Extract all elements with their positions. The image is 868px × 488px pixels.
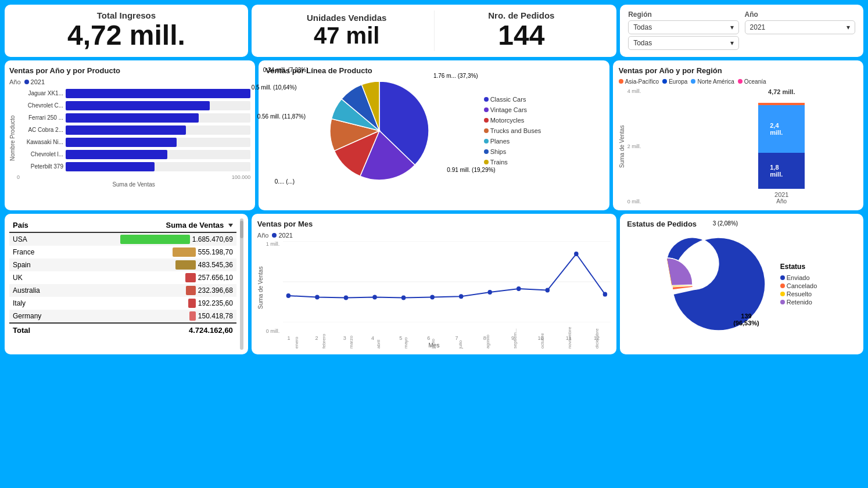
estatus-card: Estatus de Pedidos 3 (2,08%) 139 (96,53%…	[620, 214, 863, 354]
legend-dot-Trucks and Buses	[484, 128, 489, 133]
kpi-pedidos-value: 144	[498, 20, 544, 51]
mes-label: agosto	[485, 325, 490, 349]
filter-ano: Año 2021 ▾	[745, 10, 855, 50]
region-stacked-bar: 4,72 mill. 2,4 mill. 1,8 mill. 2021	[706, 88, 858, 204]
line-dot	[459, 294, 464, 299]
h-bar-label: Peterbilt 379	[17, 163, 63, 170]
kpi-unidades-value: 47 mil	[314, 23, 379, 48]
h-bar-row: Jaguar XK1...	[17, 89, 250, 98]
h-bar-row: Ferrari 250 ...	[17, 113, 250, 123]
line-dot	[373, 295, 378, 299]
line-dot	[546, 288, 550, 292]
h-bar-fill	[66, 101, 210, 110]
bar-fill	[120, 235, 190, 244]
donut-legend-item: Cancelado	[780, 282, 817, 289]
donut-pct: (96,53%)	[733, 320, 759, 326]
cell-ventas: 257.656,10	[62, 271, 236, 284]
line-dot	[315, 295, 320, 299]
cell-ventas: 555.198,70	[62, 246, 236, 259]
cell-ventas: 483.545,36	[62, 259, 236, 271]
donut-legend-item: Resuelto	[780, 290, 817, 297]
pie-legend-item: Trucks and Buses	[484, 127, 541, 134]
h-bar-label: Jaguar XK1...	[17, 90, 63, 96]
pais-table: País Suma de Ventas USA 1.685.470,69 Fra…	[9, 218, 236, 337]
bar-fill	[175, 260, 196, 270]
kpi-unidades-title: Unidades Vendidas	[307, 13, 387, 23]
pais-tbody: USA 1.685.470,69 France 555.198,70 Spain…	[9, 232, 236, 323]
pie-label-bottom-right: 0.91 mill. (19,29%)	[447, 167, 495, 173]
estatus-title: Estatus de Pedidos	[627, 220, 856, 228]
kpi-unidades: Unidades Vendidas 47 mil	[260, 10, 435, 51]
region-chart-area: Suma de Ventas 4 mill. 2 mill. 0 mill. 4…	[619, 88, 858, 204]
pie-chart-area: 1.76 m... (37,3%) 0.91 mill. (19,29%) 0.…	[327, 78, 432, 185]
region-year-label: 2021	[774, 191, 788, 198]
cell-value: 483.545,36	[198, 261, 233, 269]
mes-y-1mill: 1 mill.	[266, 241, 280, 247]
donut-area: 3 (2,08%) 139 (96,53%)	[666, 232, 771, 338]
ventas-producto-chart: Nombre Producto Jaguar XK1... Chevrolet …	[9, 89, 250, 188]
donut-dot	[780, 300, 785, 304]
donut-legend-item: Enviado	[780, 274, 817, 281]
chevron-down-icon-2: ▾	[730, 39, 734, 47]
region-legend-item: Europa	[662, 78, 687, 85]
filter-ano-select[interactable]: 2021 ▾	[745, 20, 855, 34]
h-bar-track	[66, 89, 250, 98]
region-legend: Asia-PacíficoEuropaNorte AméricaOceanía	[619, 78, 858, 86]
scrollbar[interactable]	[240, 218, 243, 350]
pie-label-left: 0.... (...)	[275, 178, 295, 185]
line-dot	[286, 293, 291, 298]
mes-label: abril	[376, 325, 381, 349]
pie-legend-item: Motorcycles	[484, 117, 541, 124]
kpi-units-orders: Unidades Vendidas 47 mil Nro. de Pedidos…	[252, 5, 616, 57]
region-bar-stack: 2,4 mill. 1,8 mill.	[758, 96, 805, 189]
legend-dot-Planes	[484, 139, 489, 143]
x-ticks: 0 100.000	[17, 174, 250, 180]
legend-dot-Trains	[484, 160, 489, 164]
chevron-down-icon-3: ▾	[847, 23, 850, 31]
y-axis-mes: Suma de Ventas	[257, 241, 264, 334]
cell-ventas: 1.685.470,69	[62, 232, 236, 246]
h-bar-track	[66, 150, 250, 159]
region-y-ticks: 4 mill. 2 mill. 0 mill.	[627, 88, 704, 204]
h-bar-fill	[66, 125, 186, 135]
pie-legend-item: Vintage Cars	[484, 106, 541, 113]
pie-legend-item: Trains	[484, 159, 541, 166]
y-axis-label-region: Suma de Ventas	[619, 88, 625, 204]
filter-region-label: Región	[628, 10, 738, 19]
h-bar-fill	[66, 138, 177, 147]
donut-top-label: 3 (2,08%)	[713, 220, 738, 227]
table-row: Australia 232.396,68	[9, 284, 236, 297]
top-row: Total Ingresos 4,72 mill. Unidades Vendi…	[5, 5, 863, 57]
region-total-label: 4,72 mill.	[768, 88, 795, 95]
filter-region-todas[interactable]: Todas ▾	[628, 36, 738, 50]
ventas-mes-year: 2021	[278, 232, 292, 239]
cell-value: 257.656,10	[198, 274, 233, 282]
x-axis-label-ano: Año	[776, 198, 787, 204]
x-tick-100k: 100.000	[232, 174, 251, 180]
donut-legend-items: EnviadoCanceladoResueltoRetenido	[780, 274, 817, 306]
legend-dot-Motorcycles	[484, 118, 489, 123]
pie-label-top-left2: 0.34 mill. (7,23%)	[263, 67, 309, 73]
cell-pais: USA	[9, 232, 62, 246]
legend-dot-Vintage Cars	[484, 107, 489, 112]
filter-region-select[interactable]: Todas ▾	[628, 20, 738, 34]
legend-dot-Classic Cars	[484, 97, 489, 102]
donut-dot	[780, 275, 785, 280]
pie-legend-item: Ships	[484, 148, 541, 155]
bar-fill	[189, 311, 196, 321]
pie-legend-item: Classic Cars	[484, 96, 541, 103]
cell-value: 1.685.470,69	[192, 235, 233, 243]
pie-legend-item: Planes	[484, 138, 541, 145]
cell-value: 192.235,60	[198, 299, 233, 307]
pais-table-area: País Suma de Ventas USA 1.685.470,69 Fra…	[9, 218, 236, 350]
ventas-producto-legend: Año 2021	[9, 78, 250, 85]
cell-pais: Spain	[9, 259, 62, 271]
mes-label: julio	[458, 325, 463, 349]
line-dot	[401, 295, 406, 300]
donut-container: 3 (2,08%) 139 (96,53%) Estatus EnviadoCa…	[627, 232, 856, 338]
h-bar-row: Peterbilt 379	[17, 162, 250, 171]
region-legend-item: Asia-Pacífico	[619, 78, 659, 85]
table-row: Spain 483.545,36	[9, 259, 236, 271]
ventas-mes-subtitle: Año	[257, 232, 269, 239]
ventas-producto-card: Ventas por Año y por Producto Año 2021 N…	[5, 60, 255, 210]
